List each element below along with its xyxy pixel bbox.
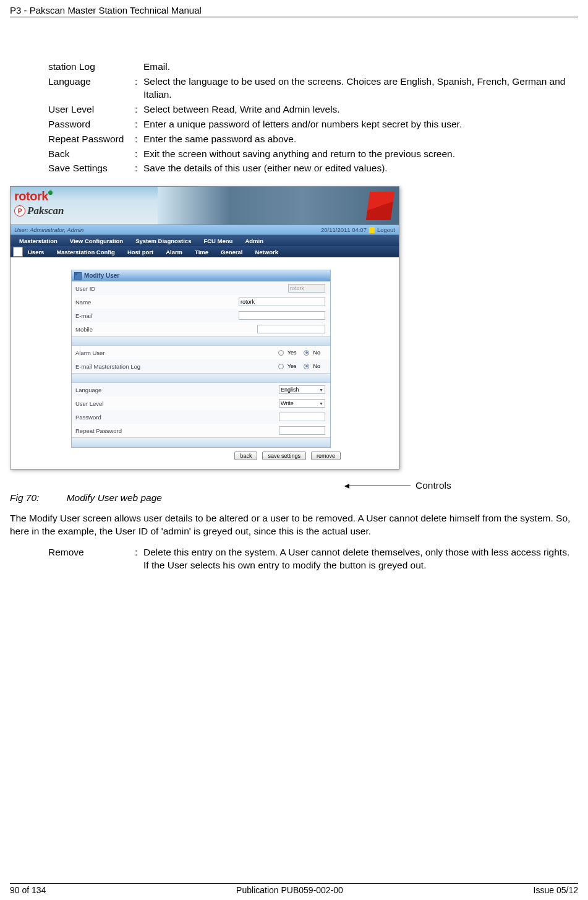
submenu-time[interactable]: Time: [189, 249, 215, 255]
select-language-value: English: [281, 387, 299, 393]
callout-label: Controls: [415, 480, 451, 491]
desc-back: Exit the screen without saving anything …: [143, 148, 578, 161]
submenu-network[interactable]: Network: [249, 249, 284, 255]
label-mobile: Mobile: [72, 326, 164, 333]
colon: :: [135, 118, 143, 131]
input-password[interactable]: [279, 413, 325, 421]
label-password: Password: [72, 414, 164, 421]
figure-caption-text: Modify User web page: [67, 492, 162, 503]
radio-alarm-no-label: No: [313, 349, 320, 356]
label-alarm-user: Alarm User: [72, 349, 164, 356]
radio-alarm-yes[interactable]: [278, 350, 284, 356]
arrow-icon: [345, 486, 411, 486]
colon: :: [135, 162, 143, 175]
banner: rotork P Pakscan: [11, 187, 399, 225]
term-back: Back: [48, 148, 135, 161]
desc-save-settings: Save the details of this user (either ne…: [143, 162, 578, 175]
menu-fcu[interactable]: FCU Menu: [197, 238, 239, 244]
label-language: Language: [72, 387, 164, 393]
status-bar: User: Administrator, Admin 20/11/2011 04…: [11, 225, 399, 235]
panel-title-icon: [74, 272, 82, 280]
definition-list: station Log Email. Language : Select the…: [10, 61, 578, 175]
footer-page: 90 of 134: [10, 885, 46, 895]
status-user: User: Administrator, Admin: [14, 226, 83, 233]
menu-admin[interactable]: Admin: [239, 238, 270, 244]
back-button[interactable]: back: [234, 452, 257, 460]
input-repeat-password[interactable]: [279, 426, 325, 435]
radio-email-log-yes[interactable]: [278, 364, 284, 369]
menu-view-configuration[interactable]: View Configuration: [64, 238, 129, 244]
select-user-level[interactable]: Write▼: [279, 399, 325, 408]
label-name: Name: [72, 299, 164, 306]
radio-email-log-no[interactable]: [304, 364, 309, 369]
panel-title: Modify User: [72, 270, 330, 281]
input-email[interactable]: [239, 311, 325, 320]
lock-icon: [369, 227, 375, 233]
desc-repeat-password: Enter the same password as above.: [143, 133, 578, 146]
footer-issue: Issue 05/12: [534, 885, 578, 895]
label-user-level: User Level: [72, 400, 164, 407]
desc-language: Select the language to be used on the sc…: [143, 75, 578, 101]
status-time: 20/11/2011 04:07: [321, 226, 367, 233]
input-mobile[interactable]: [257, 325, 325, 333]
logo-p-icon: P: [14, 205, 25, 216]
callout: Controls: [345, 480, 451, 491]
label-repeat-password: Repeat Password: [72, 427, 164, 434]
label-email: E-mail: [72, 312, 164, 319]
term-user-level: User Level: [48, 103, 135, 116]
colon: [135, 61, 143, 74]
button-row: back save settings remove: [71, 448, 399, 464]
chevron-down-icon: ▼: [319, 388, 323, 392]
figure-caption: Fig 70: Modify User web page: [10, 492, 578, 504]
colon: :: [135, 133, 143, 146]
paragraph: The Modify User screen allows user detai…: [10, 512, 578, 537]
form-panel: Modify User User ID Name E-mail: [71, 270, 331, 448]
term-station-log: station Log: [48, 61, 135, 74]
menu-masterstation[interactable]: Masterstation: [13, 238, 64, 244]
submenu-masterstation-config[interactable]: Masterstation Config: [50, 249, 121, 255]
page-header: P3 - Pakscan Master Station Technical Ma…: [10, 5, 578, 17]
save-settings-button[interactable]: save settings: [262, 452, 306, 460]
term-language: Language: [48, 75, 135, 101]
colon: :: [135, 546, 143, 572]
radio-email-log-yes-label: Yes: [288, 363, 297, 369]
term-password: Password: [48, 118, 135, 131]
input-name[interactable]: [239, 298, 325, 306]
menu-system-diagnostics[interactable]: System Diagnostics: [129, 238, 197, 244]
radio-alarm-no[interactable]: [304, 350, 309, 356]
panel-title-text: Modify User: [84, 272, 119, 279]
label-email-log: E-mail Masterstation Log: [72, 363, 164, 370]
footer: 90 of 134 Publication PUB059-002-00 Issu…: [10, 883, 578, 895]
definition-list-2: Remove : Delete this entry on the system…: [10, 546, 578, 572]
term-save-settings: Save Settings: [48, 162, 135, 175]
desc-station-log: Email.: [143, 61, 578, 74]
separator: [72, 336, 330, 346]
logout-link[interactable]: Logout: [377, 226, 395, 233]
desc-user-level: Select between Read, Write and Admin lev…: [143, 103, 578, 116]
logo-text: rotork: [14, 189, 48, 203]
desc-remove: Delete this entry on the system. A User …: [143, 546, 578, 572]
colon: :: [135, 103, 143, 116]
desc-password: Enter a unique password of letters and/o…: [143, 118, 578, 131]
radio-email-log-no-label: No: [313, 363, 320, 369]
logo: rotork P Pakscan: [14, 189, 64, 217]
submenu-general[interactable]: General: [215, 249, 249, 255]
input-user-id: [288, 284, 325, 293]
banner-photo: [158, 187, 399, 225]
footer-publication: Publication PUB059-002-00: [236, 885, 343, 895]
submenu-host-port[interactable]: Host port: [121, 249, 160, 255]
submenubar: Users Masterstation Config Host port Ala…: [11, 246, 399, 257]
submenu-alarm[interactable]: Alarm: [160, 249, 189, 255]
term-repeat-password: Repeat Password: [48, 133, 135, 146]
menubar: Masterstation View Configuration System …: [11, 235, 399, 246]
submenu-users[interactable]: Users: [22, 249, 50, 255]
select-language[interactable]: English▼: [279, 385, 325, 394]
chevron-down-icon: ▼: [319, 401, 323, 406]
term-remove: Remove: [48, 546, 135, 572]
radio-alarm-yes-label: Yes: [288, 349, 297, 356]
figure-number: Fig 70:: [10, 492, 39, 503]
logo-subtext: Pakscan: [27, 205, 64, 216]
logo-dot-icon: [48, 191, 53, 195]
colon: :: [135, 148, 143, 161]
remove-button[interactable]: remove: [311, 452, 341, 460]
